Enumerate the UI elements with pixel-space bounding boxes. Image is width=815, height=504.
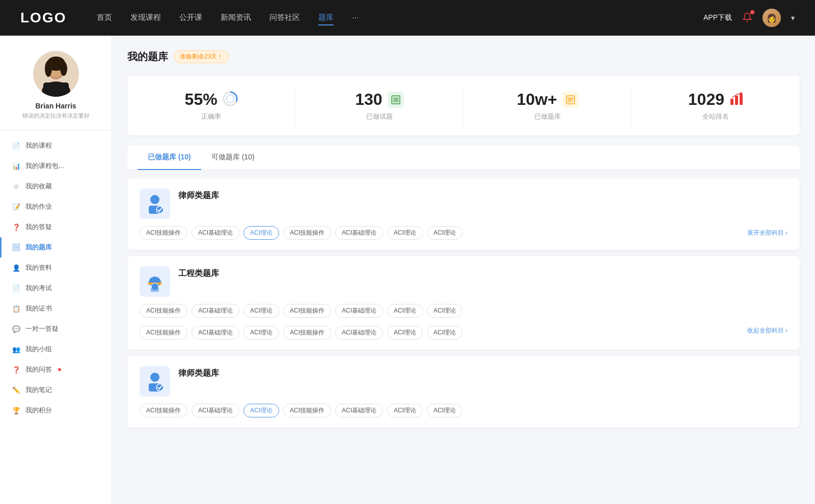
user-menu-chevron[interactable]: ▾ <box>791 14 795 22</box>
sidebar-item-notes[interactable]: ✏️ 我的笔记 <box>0 380 112 400</box>
tag-3-6[interactable]: ACI理论 <box>427 404 463 417</box>
tag-2-6[interactable]: ACI理论 <box>427 304 463 318</box>
notification-badge <box>750 10 754 14</box>
svg-point-6 <box>60 62 67 76</box>
coursepackage-icon: 📊 <box>12 162 20 170</box>
tag-2r2-5[interactable]: ACI理论 <box>387 326 423 340</box>
mycourse-icon: 📄 <box>12 142 20 150</box>
tag-3-3[interactable]: ACI技能操作 <box>283 404 331 417</box>
nav-discover[interactable]: 发现课程 <box>130 11 161 25</box>
stat-done-questions: 130 已做试题 <box>295 86 464 125</box>
svg-rect-25 <box>730 99 734 105</box>
tag-2-0[interactable]: ACI技能操作 <box>140 304 187 318</box>
svg-point-29 <box>150 195 159 204</box>
nav-qa[interactable]: 问答社区 <box>269 11 300 25</box>
tag-2r2-2[interactable]: ACI理论 <box>243 326 279 340</box>
collapse-link-2[interactable]: 收起全部科目 › <box>747 326 787 335</box>
navbar-right: APP下载 👩 ▾ <box>703 9 795 27</box>
tag-3-0[interactable]: ACI技能操作 <box>140 404 187 417</box>
nav-news[interactable]: 新闻资讯 <box>221 11 251 25</box>
tag-1-6[interactable]: ACI理论 <box>427 226 463 240</box>
qbank-card-header-1: 律师类题库 <box>140 188 787 219</box>
app-download-button[interactable]: APP下载 <box>703 13 732 22</box>
qbank-list: 律师类题库 ACI技能操作 ACI基础理论 ACI理论 ACI技能操作 ACI基… <box>127 178 800 428</box>
sidebar-item-group[interactable]: 👥 我的小组 <box>0 339 112 359</box>
tag-1-0[interactable]: ACI技能操作 <box>140 226 187 240</box>
tag-2-3[interactable]: ACI技能操作 <box>283 304 331 318</box>
stat-done-banks: 10w+ 已做题库 <box>464 86 632 125</box>
svg-rect-35 <box>151 288 159 292</box>
svg-point-36 <box>150 373 159 382</box>
nav-home[interactable]: 首页 <box>97 11 112 25</box>
tag-3-1[interactable]: ACI基础理论 <box>192 404 239 417</box>
qbank-tags-3: ACI技能操作 ACI基础理论 ACI理论 ACI技能操作 ACI基础理论 AC… <box>140 404 463 417</box>
qbank-title-1: 律师类题库 <box>178 188 219 201</box>
stats-row: 55% 正确率 130 <box>127 76 800 135</box>
notification-bell[interactable] <box>742 12 752 24</box>
tag-2-1[interactable]: ACI基础理论 <box>192 304 239 318</box>
tag-2r2-4[interactable]: ACI基础理论 <box>335 326 383 340</box>
accuracy-icon <box>223 91 238 108</box>
tag-2-5[interactable]: ACI理论 <box>387 304 423 318</box>
sidebar-item-qbank[interactable]: 我的题库 <box>0 237 112 258</box>
navbar: LOGO 首页 发现课程 公开课 新闻资讯 问答社区 题库 ··· APP下载 … <box>0 0 815 36</box>
tag-3-5[interactable]: ACI理论 <box>387 404 423 417</box>
user-avatar[interactable]: 👩 <box>763 9 781 27</box>
svg-rect-26 <box>735 96 738 105</box>
tag-1-4[interactable]: ACI基础理论 <box>335 226 383 240</box>
svg-point-28 <box>740 92 742 94</box>
sidebar-item-answers[interactable]: ❓ 我的答疑 <box>0 217 112 237</box>
rank-label: 全站排名 <box>642 112 790 121</box>
qbank-title-3: 律师类题库 <box>178 366 219 379</box>
tag-1-2[interactable]: ACI理论 <box>243 226 279 240</box>
stat-rank: 1029 全站排名 <box>632 86 800 125</box>
qbank-icon-engineer <box>140 266 170 297</box>
tag-2-2[interactable]: ACI理论 <box>243 304 279 318</box>
sidebar-item-mycourse[interactable]: 📄 我的课程 <box>0 135 112 156</box>
sidebar: Brian Harris 错误的决定比没有决定要好 📄 我的课程 📊 我的课程包… <box>0 36 112 504</box>
exam-icon: 📄 <box>12 284 20 292</box>
tag-1-1[interactable]: ACI基础理论 <box>192 226 239 240</box>
sidebar-item-profile[interactable]: 👤 我的资料 <box>0 258 112 278</box>
tag-3-2[interactable]: ACI理论 <box>243 404 279 417</box>
tag-2r2-1[interactable]: ACI基础理论 <box>192 326 239 340</box>
qbank-icon <box>12 243 20 251</box>
nav-more[interactable]: ··· <box>352 11 359 25</box>
sidebar-item-certificate[interactable]: 📋 我的证书 <box>0 298 112 319</box>
tab-available[interactable]: 可做题库 (10) <box>201 146 265 170</box>
tag-2r2-3[interactable]: ACI技能操作 <box>283 326 331 340</box>
sidebar-item-myqa[interactable]: ❓ 我的问答 <box>0 359 112 380</box>
nav-qbank[interactable]: 题库 <box>318 11 334 25</box>
sidebar-item-coursepackage[interactable]: 📊 我的课程包... <box>0 156 112 176</box>
tab-done[interactable]: 已做题库 (10) <box>138 146 201 170</box>
done-banks-icon <box>562 92 579 108</box>
qbank-tags-2-row1: ACI技能操作 ACI基础理论 ACI理论 ACI技能操作 ACI基础理论 AC… <box>140 304 463 318</box>
sidebar-menu: 📄 我的课程 📊 我的课程包... ☆ 我的收藏 📝 我的作业 ❓ 我的答疑 <box>0 135 112 421</box>
nav-opencourse[interactable]: 公开课 <box>179 11 202 25</box>
sidebar-item-1on1[interactable]: 💬 一对一答疑 <box>0 319 112 339</box>
logo: LOGO <box>20 10 66 26</box>
stat-accuracy: 55% 正确率 <box>127 86 295 125</box>
notes-icon: ✏️ <box>12 386 20 394</box>
qbank-tags-2-row2: ACI技能操作 ACI基础理论 ACI理论 ACI技能操作 ACI基础理论 AC… <box>140 326 463 340</box>
nav-menu: 首页 发现课程 公开课 新闻资讯 问答社区 题库 ··· <box>97 11 703 25</box>
tag-2r2-0[interactable]: ACI技能操作 <box>140 326 187 340</box>
qbank-card-header-2: 工程类题库 <box>140 266 787 297</box>
tag-2r2-6[interactable]: ACI理论 <box>427 326 463 340</box>
tag-1-5[interactable]: ACI理论 <box>387 226 423 240</box>
tag-1-3[interactable]: ACI技能操作 <box>283 226 331 240</box>
profile-icon: 👤 <box>12 264 20 272</box>
qbank-card-header-3: 律师类题库 <box>140 366 787 397</box>
sidebar-item-exam[interactable]: 📄 我的考试 <box>0 278 112 298</box>
sidebar-item-favorites[interactable]: ☆ 我的收藏 <box>0 176 112 197</box>
tag-3-4[interactable]: ACI基础理论 <box>335 404 383 417</box>
sidebar-item-homework[interactable]: 📝 我的作业 <box>0 197 112 217</box>
sidebar-item-points[interactable]: 🏆 我的积分 <box>0 400 112 421</box>
qbank-tags-1: ACI技能操作 ACI基础理论 ACI理论 ACI技能操作 ACI基础理论 AC… <box>140 226 463 240</box>
profile-name: Brian Harris <box>10 102 101 110</box>
tag-2-4[interactable]: ACI基础理论 <box>335 304 383 318</box>
expand-link-1[interactable]: 展开全部科目 › <box>747 229 787 237</box>
points-icon: 🏆 <box>12 406 20 414</box>
favorites-icon: ☆ <box>12 182 20 190</box>
profile-motto: 错误的决定比没有决定要好 <box>10 112 101 120</box>
